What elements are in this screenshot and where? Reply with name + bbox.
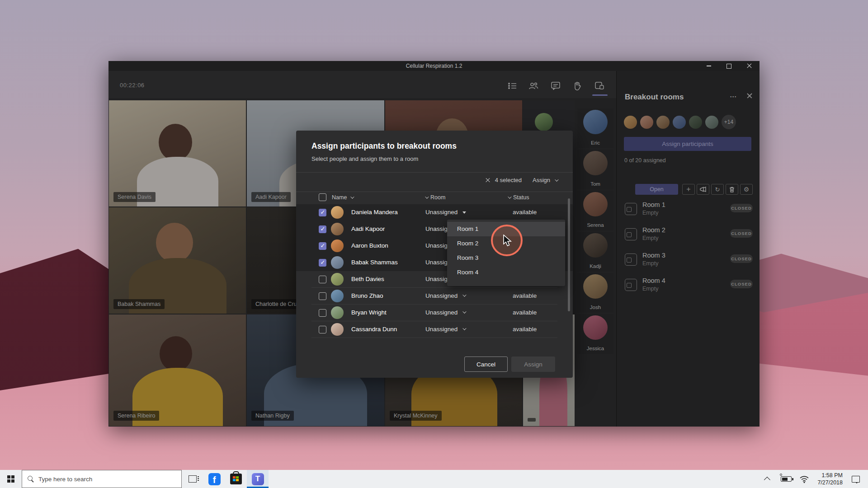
task-view-button[interactable] [182,470,203,488]
row-checkbox[interactable] [319,225,326,233]
room-select[interactable]: Unassigned [425,326,458,333]
cancel-button[interactable]: Cancel [464,357,508,372]
table-scrollbar[interactable] [568,198,570,311]
status-text: available [513,209,537,216]
row-checkbox[interactable] [319,326,326,333]
avatar [331,323,344,336]
tray-time: 1:58 PM [817,472,843,479]
taskbar-search[interactable]: Type here to search [22,470,182,488]
chevron-down-icon [462,310,466,313]
search-placeholder: Type here to search [38,476,92,483]
notification-icon [852,476,860,483]
minimize-button[interactable] [698,61,719,71]
chevron-down-icon [425,195,429,198]
search-icon [28,476,34,482]
clear-selection-icon[interactable] [485,178,491,183]
battery-icon [781,476,792,482]
windows-logo-icon [7,475,14,483]
chevron-down-icon [508,195,511,198]
avatar [331,223,344,235]
close-button[interactable] [739,61,760,71]
assign-button[interactable]: Assign [511,357,555,372]
column-header-name[interactable]: Name [332,194,353,201]
hidden-icons-chevron[interactable] [760,470,776,488]
row-checkbox[interactable] [319,276,326,283]
wifi-icon [799,475,809,483]
microsoft-store-icon [230,474,242,484]
status-text: available [513,309,537,316]
divider [296,172,573,173]
avatar [331,306,344,319]
row-checkbox[interactable] [319,309,326,317]
tray-date: 7/27/2018 [817,479,843,486]
start-button[interactable] [0,470,22,488]
action-center-button[interactable] [848,470,863,488]
avatar [331,239,344,252]
window-title: Cellular Respiration 1.2 [108,63,760,69]
chevron-down-icon [462,326,466,330]
taskbar-teams[interactable]: T [247,470,269,488]
caret-down-icon [462,211,466,214]
teams-icon: T [252,473,264,485]
status-text: available [513,292,537,299]
selected-count: 4 selected [495,177,522,183]
assign-menu-button[interactable]: Assign [533,177,550,183]
status-text: available [513,326,537,333]
table-header: Name Room Status [296,192,573,204]
taskbar-facebook[interactable]: f [203,470,225,488]
teams-meeting-window: Cellular Respiration 1.2 00:22:06 [108,61,760,427]
row-checkbox[interactable] [319,292,326,300]
chevron-up-icon [764,477,770,483]
mouse-cursor [503,235,514,249]
avatar [331,206,344,219]
desktop: Cellular Respiration 1.2 00:22:06 [0,0,868,488]
meeting-content: 00:22:06 ⋯ [108,71,760,427]
participant-row[interactable]: Cassandra Dunn Unassigned available [296,321,573,338]
participant-row[interactable]: Daniela Mandera Unassigned available [296,204,573,221]
column-header-room[interactable]: Room [425,194,445,201]
chevron-down-icon [351,195,354,198]
battery-tray-icon[interactable] [778,470,794,488]
row-checkbox[interactable] [319,259,326,267]
row-checkbox[interactable] [319,242,326,250]
participant-row[interactable]: Bruno Zhao Unassigned available [296,288,573,305]
dialog-subtitle: Select people and assign them to a room [311,155,418,162]
taskbar-store[interactable] [225,470,247,488]
facebook-icon: f [208,473,221,485]
windows-taskbar: Type here to search f T 1:58 PM [0,470,868,488]
participant-row[interactable]: Bryan Wright Unassigned available [296,305,573,321]
window-titlebar[interactable]: Cellular Respiration 1.2 [108,61,760,71]
column-header-status[interactable]: Status [508,194,529,201]
dialog-title: Assign participants to breakout rooms [311,141,457,151]
room-select[interactable]: Unassigned [425,292,458,299]
room-select[interactable]: Unassigned [425,309,458,316]
avatar [331,256,344,269]
task-view-icon [189,475,197,483]
dropdown-option[interactable]: Room 4 [447,265,565,280]
avatar [331,290,344,302]
room-select[interactable]: Unassigned [425,209,458,216]
taskbar-clock[interactable]: 1:58 PM 7/27/2018 [815,472,845,486]
network-tray-icon[interactable] [797,470,812,488]
maximize-button[interactable] [719,61,739,71]
chevron-down-icon [555,178,558,181]
avatar [331,273,344,286]
row-checkbox[interactable] [319,209,326,216]
select-all-checkbox[interactable] [319,193,326,201]
chevron-down-icon [462,293,466,296]
